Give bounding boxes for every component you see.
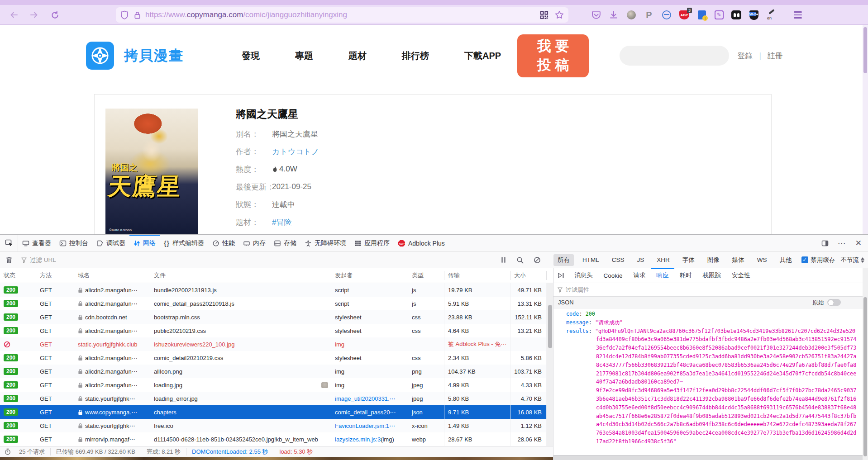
disable-cache-checkbox[interactable]: ✓ 禁用缓存 (801, 256, 835, 264)
initiator-link[interactable]: FaviconLoader.jsm:1⋯ (335, 422, 395, 429)
devtools-tab-storage[interactable]: 存储 (270, 235, 300, 251)
type-filter-图像[interactable]: 图像 (703, 254, 724, 266)
download-icon[interactable] (609, 10, 619, 20)
account-avatar-icon[interactable] (626, 10, 636, 20)
back-button[interactable] (6, 7, 22, 23)
request-row-11[interactable]: 200GETmirrorvip.mangaf⋯d1114500-d628-11e… (0, 432, 553, 446)
details-tab-消息头[interactable]: 消息头 (569, 268, 598, 283)
devtools-tab-style-editor[interactable]: {}样式编辑器 (160, 235, 208, 251)
nav-item-1[interactable]: 專題 (295, 50, 313, 62)
performance-analysis-icon[interactable] (0, 448, 14, 455)
tracking-shield-icon[interactable] (120, 10, 129, 19)
initiator-link[interactable]: lazysizes.min.js:3 (335, 436, 381, 443)
request-row-3[interactable]: 200GETalicdn2.mangafun⋯public20210219.cs… (0, 324, 553, 337)
comic-cover-image[interactable]: 將国之 天鷹星 ©Kato Kotono (105, 109, 198, 234)
details-horizontal-scrollbar[interactable] (553, 455, 863, 460)
type-filter-HTML[interactable]: HTML (578, 255, 603, 265)
devtools-tab-application[interactable]: 应用程序 (350, 235, 394, 251)
details-scrollbar-thumb[interactable] (863, 297, 867, 456)
type-filter-XHR[interactable]: XHR (653, 255, 674, 265)
type-filter-媒体[interactable]: 媒体 (728, 254, 749, 266)
extension-p-icon[interactable]: P (644, 10, 654, 20)
type-filter-字体[interactable]: 字体 (678, 254, 699, 266)
details-tab-请求[interactable]: 请求 (628, 268, 651, 283)
nav-item-0[interactable]: 發現 (242, 50, 260, 62)
request-row-0[interactable]: 200GETalicdn2.mangafun⋯bundle20200213191… (0, 283, 553, 297)
qr-code-icon[interactable] (540, 11, 548, 19)
details-tab-安全性[interactable]: 安全性 (726, 268, 756, 283)
note-pen-icon[interactable]: ✎ (715, 10, 724, 19)
eyes-extension-icon[interactable] (731, 10, 741, 20)
request-list-scrollbar-thumb[interactable] (548, 305, 552, 348)
filter-properties-input[interactable]: 过滤属性 (553, 283, 868, 297)
pick-element-button[interactable] (0, 235, 18, 251)
translate-doc-icon[interactable] (697, 10, 707, 20)
pause-requests-icon[interactable] (501, 256, 506, 263)
column-header-2[interactable]: 域名 (74, 271, 150, 280)
details-tab-耗时[interactable]: 耗时 (674, 268, 697, 283)
json-results-line[interactable]: results: "gHoD4Fu9lQnTJANt9ca2ac88760c36… (566, 327, 857, 446)
search-requests-icon[interactable] (516, 256, 524, 264)
bookmark-star-icon[interactable] (555, 10, 564, 19)
request-list-scrollbar[interactable] (547, 283, 553, 446)
login-link[interactable]: 登錄 (737, 51, 753, 61)
nav-item-3[interactable]: 排行榜 (402, 50, 429, 62)
menu-button[interactable] (794, 11, 802, 19)
page-scrollbar[interactable] (863, 25, 868, 234)
request-row-8[interactable]: 200GETstatic.yourfgjfghk⋯loading_error.j… (0, 392, 553, 405)
devtools-tab-memory[interactable]: 内存 (239, 235, 270, 251)
request-row-1[interactable]: 200GETalicdn2.mangafun⋯comic_detail_pass… (0, 297, 553, 310)
initiator-link[interactable]: image_util20200331.⋯ (335, 395, 396, 402)
type-filter-所有[interactable]: 所有 (553, 254, 574, 266)
devtools-tab-adblock[interactable]: ABPAdblock Plus (394, 235, 449, 251)
column-header-4[interactable]: 发起者 (331, 271, 408, 280)
reload-button[interactable] (47, 7, 62, 23)
pocket-icon[interactable] (591, 10, 601, 20)
type-filter-WS[interactable]: WS (753, 255, 771, 265)
proxy-globe-icon[interactable] (662, 10, 672, 20)
json-message-line[interactable]: message: "请求成功" (566, 318, 857, 327)
register-link[interactable]: 註冊 (768, 51, 783, 61)
column-header-7[interactable]: 大小 (510, 271, 547, 280)
request-row-6[interactable]: 200GETalicdn2.mangafun⋯allIcon.pngimgpng… (0, 365, 553, 378)
nav-item-4[interactable]: 下載APP (464, 50, 501, 62)
devtools-tab-performance[interactable]: 性能 (208, 235, 239, 251)
request-row-2[interactable]: 200GETcdn.bootcdn.netbootstrap.min.cssst… (0, 310, 553, 324)
request-row-9[interactable]: 200GETwww.copymanga.⋯chapterscomic_detai… (0, 405, 553, 419)
column-header-5[interactable]: 类型 (408, 271, 444, 280)
submit-manga-button[interactable]: 我 要投 稿 (517, 34, 589, 77)
column-header-3[interactable]: 文件 (150, 271, 331, 280)
devtools-tab-accessibility[interactable]: 无障碍环境 (300, 235, 350, 251)
site-logo-text[interactable]: 拷貝漫畫 (124, 46, 184, 65)
adblock-plus-icon[interactable]: ABP3 (679, 10, 689, 20)
request-row-5[interactable]: 200GETalicdn2.mangafun⋯comic_detail20210… (0, 351, 553, 365)
request-row-7[interactable]: 200GETalicdn2.mangafun⋯loading.jpgimgjpe… (0, 378, 553, 392)
devtools-menu-icon[interactable]: ⋯ (838, 238, 846, 248)
initiator-link[interactable]: comic_detail_pass20⋯ (335, 409, 396, 416)
translate-pen-icon[interactable]: en (767, 10, 777, 20)
w2-shield-icon[interactable]: W-2● (749, 10, 759, 20)
page-scrollbar-thumb[interactable] (863, 27, 867, 73)
json-code-line[interactable]: code: 200 (566, 310, 857, 318)
dock-side-icon[interactable] (821, 240, 829, 247)
raw-toggle-switch[interactable] (827, 299, 841, 306)
devtools-close-icon[interactable]: ✕ (855, 238, 862, 248)
throttle-select[interactable]: 不节流 (841, 256, 865, 264)
field-value-link[interactable]: カトウコトノ (272, 147, 319, 157)
column-header-1[interactable]: 方法 (36, 271, 74, 280)
lock-icon[interactable] (134, 11, 141, 19)
details-tab-栈跟踪[interactable]: 栈跟踪 (697, 268, 727, 283)
filter-url-input[interactable]: 过滤 URL (21, 256, 501, 264)
url-bar[interactable]: https://www.copymanga.com/comic/jiangguo… (116, 7, 568, 23)
forward-button[interactable] (26, 7, 42, 23)
devtools-tab-console[interactable]: 控制台 (55, 235, 92, 251)
request-row-10[interactable]: 200GETstatic.yourfgjfghk⋯free.icoFavicon… (0, 419, 553, 432)
block-requests-icon[interactable] (534, 256, 541, 264)
details-tab-响应[interactable]: 响应 (651, 268, 674, 283)
search-input[interactable] (620, 46, 729, 66)
clear-requests-button[interactable] (5, 256, 13, 264)
details-tab-Cookie[interactable]: Cookie (598, 268, 628, 283)
json-section-label[interactable]: JSON (558, 299, 574, 306)
devtools-tab-inspector[interactable]: 查看器 (18, 235, 55, 251)
site-logo[interactable] (86, 42, 114, 70)
